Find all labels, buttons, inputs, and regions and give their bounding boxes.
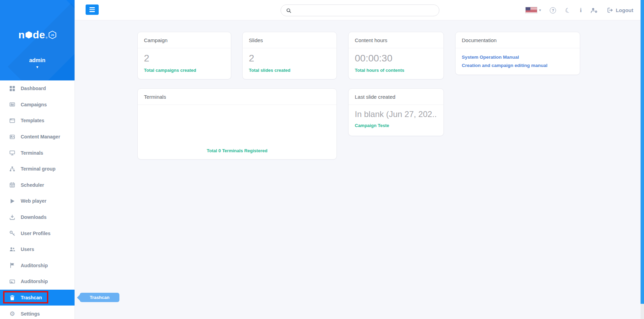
- card-icon: [9, 279, 16, 284]
- js-badge-label: JS: [49, 31, 56, 39]
- sidebar-item-label: Terminals: [21, 150, 43, 156]
- info-icon: i: [580, 7, 582, 14]
- user-menu-caret-icon[interactable]: ▾: [0, 65, 75, 69]
- search-icon: [286, 8, 291, 13]
- key-icon: [9, 230, 16, 236]
- content-hours-card: Content hours 00:00:30 Total hours of co…: [348, 32, 444, 79]
- card-title: Last slide created: [349, 89, 443, 105]
- sidebar-item-label: Scheduler: [21, 182, 44, 188]
- language-selector[interactable]: ▾: [526, 7, 541, 13]
- campaign-count: 2: [144, 53, 225, 64]
- trashcan-tooltip: Trashcan: [80, 293, 119, 302]
- logout-label: Logout: [616, 7, 633, 13]
- sidebar-item-trashcan[interactable]: Trashcan: [0, 290, 75, 306]
- card-title: Documentation: [456, 32, 580, 48]
- user-name[interactable]: admin: [0, 57, 75, 64]
- app-logo: n de ® JS: [0, 30, 75, 40]
- search-bar: [281, 4, 439, 16]
- content-hours-value: 00:00:30: [355, 53, 437, 64]
- topbar: ▾ ? ☾ i Logout: [75, 0, 641, 20]
- sidebar-menu: Dashboard Campaigns Templates Content Ma…: [0, 80, 75, 319]
- sidebar-item-label: Auditorship: [21, 279, 48, 284]
- sidebar-item-terminals[interactable]: Terminals: [0, 145, 75, 161]
- terminals-card: Terminals Total 0 Terminals Registered: [137, 88, 337, 160]
- sidebar-item-label: Campaigns: [21, 102, 47, 107]
- sidebar-header: n de ® JS admin ▾: [0, 0, 75, 80]
- sidebar-item-label: Terminal group: [21, 166, 56, 172]
- sidebar-item-terminal-group[interactable]: Terminal group: [0, 161, 75, 177]
- help-button[interactable]: ?: [550, 7, 556, 13]
- chevron-down-icon: ▾: [539, 8, 541, 12]
- sidebar-toggle-button[interactable]: [86, 4, 99, 15]
- hamburger-bar: [89, 7, 95, 8]
- search-input[interactable]: [294, 8, 434, 13]
- campaign-caption: Total campaigns created: [144, 68, 225, 73]
- card-title: Campaign: [138, 32, 231, 48]
- sidebar-item-user-profiles[interactable]: User Profiles: [0, 225, 75, 241]
- doc-link-campaign-editing[interactable]: Creation and campaign editing manual: [462, 63, 574, 68]
- sidebar-item-label: Downloads: [21, 214, 47, 220]
- newspaper-icon: [9, 102, 16, 107]
- about-button[interactable]: i: [580, 7, 582, 14]
- last-slide-name: In blank (Jun 27, 202...: [355, 109, 437, 119]
- documentation-card: Documentation System Operation Manual Cr…: [455, 32, 580, 75]
- user-gear-icon: [591, 7, 598, 13]
- slides-caption: Total slides created: [249, 68, 330, 73]
- terminals-caption: Total 0 Terminals Registered: [138, 148, 336, 153]
- terminals-chart-area: Total 0 Terminals Registered: [138, 105, 336, 160]
- sidebar-item-dashboard[interactable]: Dashboard: [0, 80, 75, 97]
- desktop-icon: [9, 150, 16, 156]
- dark-mode-toggle[interactable]: ☾: [564, 6, 572, 14]
- moon-icon: ☾: [564, 6, 572, 14]
- dashboard-icon: [9, 86, 16, 91]
- scrollbar-track: [641, 0, 644, 319]
- window-icon: [9, 118, 16, 124]
- sidebar-item-label: Settings: [21, 311, 40, 317]
- sidebar-item-scheduler[interactable]: Scheduler: [0, 177, 75, 193]
- card-title: Content hours: [349, 32, 443, 48]
- sidebar-item-label: User Profiles: [21, 231, 50, 236]
- sidebar-item-auditorship-card[interactable]: Auditorship: [0, 273, 75, 290]
- tooltip-label: Trashcan: [90, 295, 109, 300]
- flag-icon: [9, 262, 16, 268]
- last-slide-card: Last slide created In blank (Jun 27, 202…: [348, 88, 444, 136]
- sidebar-item-auditorship-flag[interactable]: Auditorship: [0, 258, 75, 274]
- topbar-actions: ▾ ? ☾ i Logout: [526, 0, 633, 20]
- sidebar-item-templates[interactable]: Templates: [0, 113, 75, 129]
- hamburger-bar: [89, 9, 95, 10]
- sidebar-item-label: Content Manager: [21, 134, 60, 139]
- hamburger-bar: [89, 11, 95, 12]
- sidebar-item-web-player[interactable]: Web player: [0, 193, 75, 209]
- us-flag-icon: [526, 7, 537, 13]
- slides-card: Slides 2 Total slides created: [242, 32, 337, 79]
- sidebar-item-campaigns[interactable]: Campaigns: [0, 97, 75, 113]
- content-hours-caption: Total hours of contents: [355, 68, 437, 73]
- sidebar-item-label: Users: [21, 246, 34, 252]
- sidebar-item-downloads[interactable]: Downloads: [0, 209, 75, 225]
- registered-mark: ®: [46, 36, 48, 39]
- sidebar-item-content-manager[interactable]: Content Manager: [0, 129, 75, 145]
- js-hexagon-badge: JS: [49, 31, 56, 39]
- users-icon: [9, 246, 16, 252]
- sidebar-item-label: Trashcan: [21, 295, 42, 300]
- play-icon: [9, 198, 16, 204]
- scrollbar-thumb[interactable]: [641, 0, 644, 304]
- download-icon: [9, 214, 16, 220]
- last-slide-caption: Campaign Teste: [355, 123, 437, 128]
- trash-icon: [9, 295, 16, 301]
- logout-icon: [607, 7, 613, 13]
- sidebar-item-label: Templates: [21, 118, 44, 123]
- doc-link-system-operation[interactable]: System Operation Manual: [462, 55, 574, 60]
- sidebar: n de ® JS admin ▾ Dashboard Campaigns: [0, 0, 75, 319]
- logo-text-left: n: [18, 30, 25, 40]
- logo-text-right: de: [33, 30, 45, 40]
- slides-count: 2: [249, 53, 330, 64]
- account-settings-button[interactable]: [591, 7, 598, 13]
- images-icon: [9, 134, 16, 140]
- gear-icon: ⚙: [9, 311, 16, 317]
- logout-button[interactable]: Logout: [607, 7, 633, 13]
- sidebar-item-settings[interactable]: ⚙ Settings: [0, 306, 75, 319]
- sidebar-item-label: Dashboard: [21, 86, 46, 91]
- flag-canton: [526, 7, 530, 10]
- sidebar-item-users[interactable]: Users: [0, 241, 75, 258]
